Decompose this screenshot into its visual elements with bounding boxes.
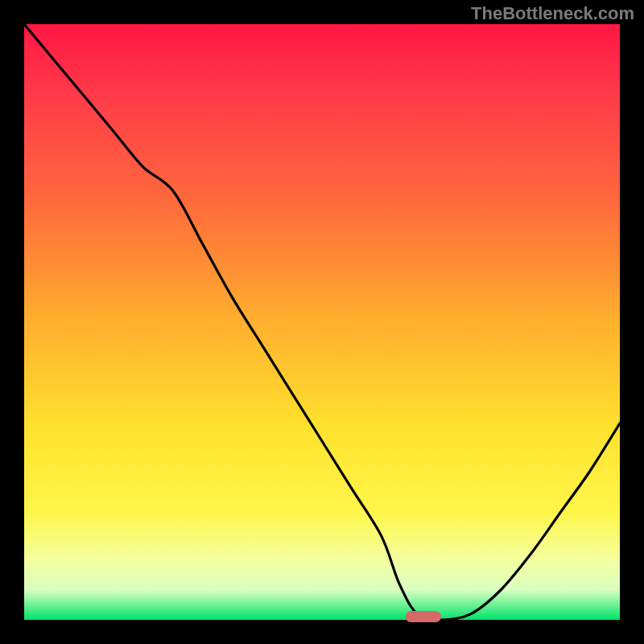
watermark-text: TheBottleneck.com	[471, 3, 634, 24]
gradient-background	[24, 24, 620, 620]
optimum-marker	[406, 611, 441, 622]
bottleneck-chart	[0, 0, 644, 644]
chart-frame: TheBottleneck.com	[0, 0, 644, 644]
